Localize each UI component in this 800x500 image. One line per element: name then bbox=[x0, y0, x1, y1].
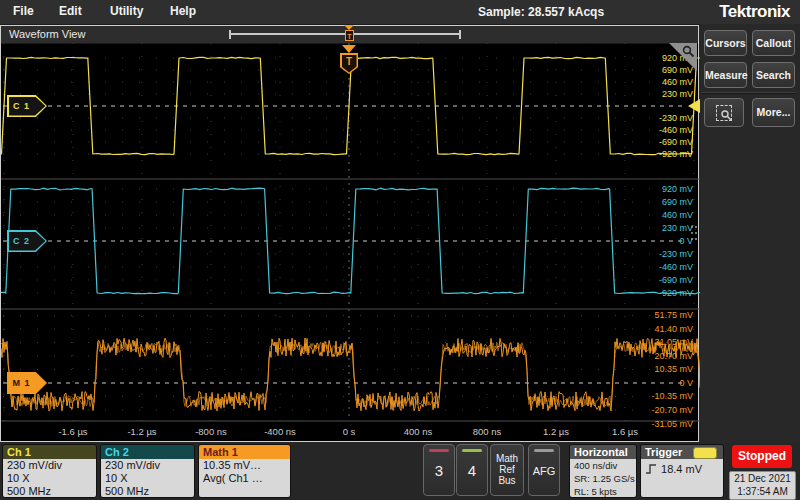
search-button[interactable]: Search bbox=[752, 62, 795, 88]
c2-scale-label: 920 mV bbox=[662, 184, 693, 194]
time-axis-label: 0 s bbox=[319, 426, 379, 437]
side-panel: Cursors Callout Measure Search More... bbox=[700, 24, 800, 500]
menu-item-edit[interactable]: Edit bbox=[59, 4, 82, 18]
c2-scale-label: -920 mV bbox=[659, 288, 693, 298]
time-axis-label: -1.6 µs bbox=[43, 426, 103, 437]
c1-scale-label: -230 mV bbox=[659, 113, 693, 123]
time: 1:37:54 AM bbox=[730, 485, 795, 498]
drag-handle-icon[interactable] bbox=[695, 226, 697, 228]
time-axis-label: 800 ns bbox=[457, 426, 517, 437]
afg-stripe bbox=[534, 449, 554, 452]
trigger-panel[interactable]: Trigger 18.4 mV bbox=[640, 444, 724, 498]
waveform-view-tab[interactable]: Waveform View bbox=[9, 28, 85, 40]
channel-tag-m1[interactable]: M 1 bbox=[7, 372, 47, 394]
magnifier-icon bbox=[720, 109, 732, 121]
c1-scale-label: -920 mV bbox=[659, 149, 693, 159]
trigger-level: 18.4 mV bbox=[661, 463, 702, 475]
rising-edge-icon bbox=[645, 462, 658, 475]
c2-scale-label: 460 mV bbox=[662, 210, 693, 220]
c1-scale-label: -690 mV bbox=[659, 137, 693, 147]
channel-4-button[interactable]: 4 bbox=[456, 444, 488, 496]
c2-scale-label: -460 mV bbox=[659, 262, 693, 272]
c2-scale-label: 230 mV bbox=[662, 223, 693, 233]
ch2-scale: 230 mV/div bbox=[105, 459, 194, 472]
ch2-bandwidth: 500 MHz bbox=[105, 485, 194, 498]
m1-scale-label: -10.35 mV bbox=[651, 391, 693, 401]
horizontal-panel[interactable]: Horizontal 400 ns/div SR: 1.25 GS/s RL: … bbox=[569, 444, 637, 498]
channel-tag-c1[interactable]: C 1 bbox=[7, 95, 47, 117]
channel-3-button[interactable]: 3 bbox=[423, 444, 455, 496]
sample-rate: SR: 1.25 GS/s bbox=[574, 472, 636, 485]
magnifier-icon bbox=[682, 45, 695, 58]
ch1-bandwidth: 500 MHz bbox=[7, 485, 96, 498]
math1-expression: Avg( Ch1 … bbox=[203, 472, 290, 485]
c1-scale-label: 460 mV bbox=[662, 77, 693, 87]
c1-scale-label: -460 mV bbox=[659, 125, 693, 135]
ch1-scale: 230 mV/div bbox=[7, 459, 96, 472]
ch1-probe: 10 X bbox=[7, 472, 96, 485]
horizontal-scale: 400 ns/div bbox=[574, 459, 636, 472]
tektronix-logo: Tektronix bbox=[719, 2, 790, 22]
ch2-probe: 10 X bbox=[105, 472, 194, 485]
afg-button[interactable]: AFG bbox=[528, 444, 560, 496]
bottom-bar: Ch 1 230 mV/div 10 X 500 MHz Ch 2 230 mV… bbox=[0, 443, 800, 500]
math1-scale: 10.35 mV… bbox=[203, 459, 290, 472]
time-axis-label: -800 ns bbox=[181, 426, 241, 437]
callout-button[interactable]: Callout bbox=[752, 30, 795, 56]
m1-scale-label: -20.70 mV bbox=[651, 405, 693, 415]
time-axis-label: -1.2 µs bbox=[112, 426, 172, 437]
waveform-view-window: Waveform View T T C 1 C 2 M 1 920 mV 690… bbox=[0, 25, 699, 442]
ch2-badge[interactable]: Ch 2 230 mV/div 10 X 500 MHz bbox=[100, 444, 195, 498]
menu-item-utility[interactable]: Utility bbox=[110, 4, 143, 18]
m1-scale-label: 20.70 mV bbox=[654, 351, 693, 361]
menu-item-file[interactable]: File bbox=[13, 4, 34, 18]
sample-count-readout: Sample: 28.557 kAcqs bbox=[478, 5, 604, 19]
oscilloscope-app: File Edit Utility Help Sample: 28.557 kA… bbox=[0, 0, 800, 500]
channel-tag-c2[interactable]: C 2 bbox=[7, 230, 47, 252]
time-axis-label: -400 ns bbox=[250, 426, 310, 437]
m1-scale-label: 10.35 mV bbox=[654, 364, 693, 374]
trigger-marker-arrow-icon bbox=[342, 45, 356, 53]
plot-area[interactable] bbox=[1, 43, 700, 442]
time-axis-label: 400 ns bbox=[388, 426, 448, 437]
time-axis-label: 1.6 µs bbox=[595, 426, 655, 437]
ch3-color-stripe bbox=[429, 449, 449, 452]
c2-scale-label: 0 V bbox=[679, 236, 693, 246]
math-ref-bus-button[interactable]: Math Ref Bus bbox=[490, 444, 524, 496]
trigger-position-marker-small[interactable]: T bbox=[345, 30, 354, 41]
c1-scale-label: 230 mV bbox=[662, 89, 693, 99]
m1-scale-label: 51.75 mV bbox=[654, 310, 693, 320]
time-axis-label: 1.2 µs bbox=[526, 426, 586, 437]
c2-scale-label: -230 mV bbox=[659, 249, 693, 259]
m1-scale-label: 41.40 mV bbox=[654, 324, 693, 334]
run-stop-status-button[interactable]: Stopped bbox=[732, 445, 792, 468]
c2-scale-label: -690 mV bbox=[659, 275, 693, 285]
record-length: RL: 5 kpts bbox=[574, 485, 636, 498]
math1-badge[interactable]: Math 1 10.35 mV… Avg( Ch1 … bbox=[198, 444, 291, 498]
date: 21 Dec 2021 bbox=[730, 472, 795, 485]
ch1-badge[interactable]: Ch 1 230 mV/div 10 X 500 MHz bbox=[2, 444, 97, 498]
trigger-source-chip bbox=[693, 447, 717, 459]
waveform-view-header: Waveform View T bbox=[1, 26, 698, 44]
m1-scale-label: 31.05 mV bbox=[654, 337, 693, 347]
menu-item-help[interactable]: Help bbox=[170, 4, 196, 18]
more-button[interactable]: More... bbox=[752, 98, 795, 127]
menu-bar: File Edit Utility Help Sample: 28.557 kA… bbox=[0, 0, 800, 25]
measure-button[interactable]: Measure bbox=[704, 62, 747, 88]
ch4-color-stripe bbox=[462, 449, 482, 452]
cursors-button[interactable]: Cursors bbox=[704, 30, 747, 56]
datetime-display: 21 Dec 2021 1:37:54 AM bbox=[729, 471, 796, 500]
c2-scale-label: 690 mV bbox=[662, 197, 693, 207]
zoom-select-button[interactable] bbox=[704, 98, 744, 127]
m1-scale-label: 0 V bbox=[679, 378, 693, 388]
m1-scale-label: -31.05 mV bbox=[651, 419, 693, 429]
panel-separator bbox=[702, 92, 796, 94]
